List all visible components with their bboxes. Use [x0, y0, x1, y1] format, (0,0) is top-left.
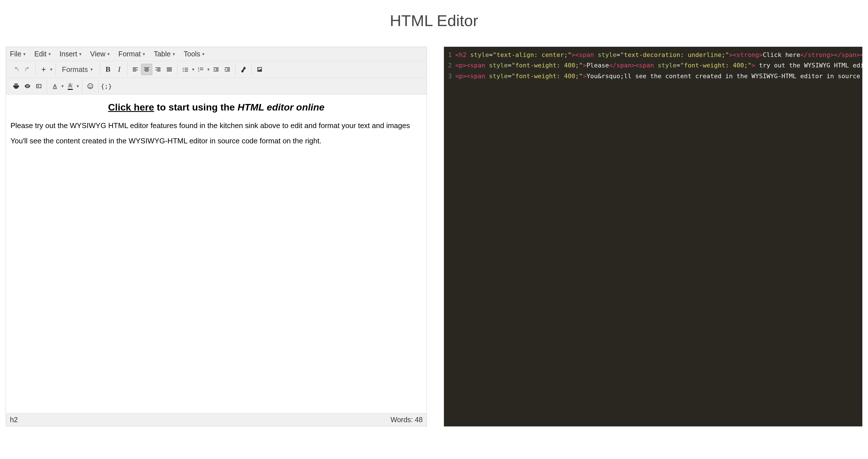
page-title: HTML Editor [0, 11, 868, 30]
italic-icon: I [118, 65, 121, 74]
color-bar [68, 89, 73, 90]
line-number: 1 [444, 50, 455, 60]
menu-edit-label: Edit [34, 50, 46, 58]
content-para-1: Please try out the WYSIWYG HTML editor f… [10, 120, 422, 131]
media-icon [35, 83, 42, 89]
print-icon [13, 83, 20, 89]
plus-icon [40, 66, 47, 73]
caret-down-icon: ▼ [142, 52, 146, 56]
highlight-icon: A [68, 83, 73, 89]
text-color-icon: A [53, 83, 57, 89]
caret-down-icon: ▼ [76, 84, 80, 88]
menu-edit[interactable]: Edit▼ [34, 50, 52, 58]
outdent-icon [213, 66, 219, 73]
main-container: File▼ Edit▼ Insert▼ View▼ Format▼ Table▼… [0, 47, 868, 426]
align-justify-icon [166, 66, 173, 73]
word-count: Words: 48 [391, 415, 423, 424]
statusbar: h2 Words: 48 [6, 413, 427, 426]
align-left-button[interactable] [130, 64, 141, 75]
media-button[interactable] [33, 81, 44, 92]
image-button[interactable] [254, 64, 265, 75]
formats-dropdown[interactable]: Formats▼ [58, 64, 98, 75]
code-line: 3 <p><span style="font-weight: 400;">You… [444, 71, 862, 81]
line-number: 2 [444, 60, 455, 70]
caret-down-icon: ▼ [106, 52, 111, 56]
undo-button[interactable] [10, 64, 22, 75]
toolbar-row-2: A ▼ A ▼ {;} [6, 78, 427, 95]
outdent-button[interactable] [210, 64, 222, 75]
code-sample-button[interactable]: {;} [101, 81, 112, 92]
heading-em: HTML editor online [238, 102, 324, 113]
code-line: 1 <h2 style="text-align: center;"><span … [444, 50, 862, 60]
emoticons-button[interactable] [85, 81, 96, 92]
undo-icon [13, 66, 20, 73]
code-icon: {;} [101, 83, 112, 90]
menu-table-label: Table [154, 50, 171, 58]
redo-button[interactable] [22, 64, 33, 75]
caret-down-icon: ▼ [22, 52, 26, 56]
menu-tools[interactable]: Tools▼ [184, 50, 205, 58]
menu-view-label: View [90, 50, 105, 58]
text-color-button[interactable]: A [49, 81, 61, 92]
caret-down-icon: ▼ [172, 52, 176, 56]
align-right-button[interactable] [152, 64, 164, 75]
align-center-button[interactable] [141, 64, 152, 75]
bullet-list-button[interactable] [180, 64, 191, 75]
caret-down-icon: ▼ [206, 67, 210, 72]
smiley-icon [87, 83, 94, 89]
menu-tools-label: Tools [184, 50, 200, 58]
menubar: File▼ Edit▼ Insert▼ View▼ Format▼ Table▼… [6, 47, 427, 61]
source-code-panel[interactable]: 1 <h2 style="text-align: center;"><span … [444, 47, 862, 426]
caret-down-icon: ▼ [191, 67, 195, 72]
heading-click-here: Click here [108, 102, 154, 113]
numbered-list-button[interactable] [195, 64, 206, 75]
background-color-button[interactable]: A [65, 81, 76, 92]
caret-down-icon: ▼ [79, 52, 82, 56]
align-justify-button[interactable] [164, 64, 175, 75]
code-line: 2 <p><span style="font-weight: 400;">Ple… [444, 60, 862, 70]
align-left-icon [132, 66, 139, 73]
indent-icon [224, 66, 231, 73]
bold-button[interactable]: B [102, 64, 114, 75]
element-path[interactable]: h2 [10, 415, 18, 424]
caret-down-icon: ▼ [49, 67, 53, 72]
bullet-list-icon [182, 66, 189, 73]
menu-format-label: Format [118, 50, 141, 58]
content-heading: Click here to start using the HTML edito… [10, 100, 422, 115]
redo-icon [24, 66, 31, 73]
eye-icon [24, 83, 31, 89]
menu-insert[interactable]: Insert▼ [59, 50, 82, 58]
svg-point-0 [88, 84, 93, 89]
words-label: Words: [391, 415, 415, 424]
italic-button[interactable]: I [114, 64, 125, 75]
image-icon [256, 66, 263, 73]
words-value: 48 [415, 415, 423, 424]
formats-label: Formats [62, 65, 88, 74]
align-center-icon [143, 66, 150, 73]
line-number: 3 [444, 71, 455, 81]
toolbar-row-1: ▼ Formats▼ B I [6, 61, 427, 78]
bold-icon: B [105, 65, 111, 74]
caret-down-icon: ▼ [201, 52, 205, 56]
menu-view[interactable]: View▼ [90, 50, 111, 58]
menu-format[interactable]: Format▼ [118, 50, 146, 58]
preview-button[interactable] [22, 81, 33, 92]
link-button[interactable] [238, 64, 249, 75]
svg-point-2 [91, 85, 91, 86]
indent-button[interactable] [222, 64, 233, 75]
caret-down-icon: ▼ [61, 84, 65, 88]
link-icon [240, 66, 247, 73]
numbered-list-icon [197, 66, 204, 73]
svg-point-1 [89, 85, 90, 86]
menu-file[interactable]: File▼ [10, 50, 26, 58]
align-right-icon [155, 66, 161, 73]
caret-down-icon: ▼ [48, 52, 52, 56]
menu-insert-label: Insert [59, 50, 77, 58]
heading-rest: to start using the [154, 102, 238, 113]
editor-content-area[interactable]: Click here to start using the HTML edito… [6, 95, 427, 413]
content-para-2: You'll see the content created in the WY… [10, 135, 422, 146]
menu-file-label: File [10, 50, 21, 58]
insert-plus-button[interactable] [38, 64, 49, 75]
menu-table[interactable]: Table▼ [154, 50, 176, 58]
print-button[interactable] [10, 81, 22, 92]
